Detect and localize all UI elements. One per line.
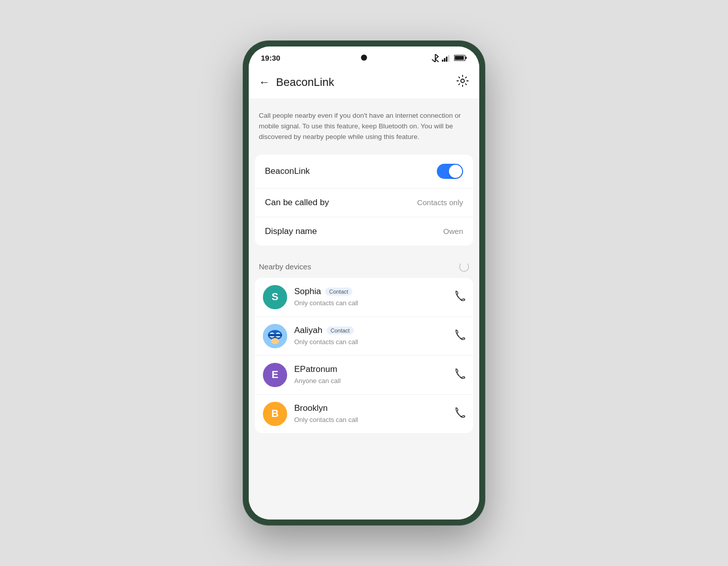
battery-icon <box>454 55 467 61</box>
screen-content: ← BeaconLink Call people nearby even if … <box>249 66 479 520</box>
status-bar: 19:30 <box>249 46 479 66</box>
device-name-epatronum: EPatronum <box>294 364 337 374</box>
contact-badge-sophia: Contact <box>325 288 352 296</box>
status-time: 19:30 <box>261 54 280 62</box>
device-name-row-epatronum: EPatronum <box>294 364 447 374</box>
svg-rect-2 <box>446 57 447 62</box>
device-info-aaliyah: Aaliyah Contact Only contacts can call <box>294 325 447 346</box>
call-button-sophia[interactable] <box>454 290 465 304</box>
beaconlink-label: BeaconLink <box>265 166 310 176</box>
contact-badge-aaliyah: Contact <box>327 326 354 335</box>
device-info-epatronum: EPatronum Anyone can call <box>294 364 447 385</box>
phone-screen: 19:30 <box>249 46 479 520</box>
settings-card: BeaconLink Can be called by Contacts onl… <box>255 155 473 246</box>
device-item-aaliyah: Aaliyah Contact Only contacts can call <box>255 317 473 356</box>
device-sub-aaliyah: Only contacts can call <box>294 338 358 346</box>
device-name-row-sophia: Sophia Contact <box>294 287 447 297</box>
device-sub-epatronum: Anyone can call <box>294 377 341 385</box>
settings-button[interactable] <box>456 74 469 90</box>
device-info-brooklyn: Brooklyn Only contacts can call <box>294 403 447 424</box>
nearby-title: Nearby devices <box>259 262 311 271</box>
description-text: Call people nearby even if you don't hav… <box>259 111 469 143</box>
phone-frame: 19:30 <box>243 40 485 526</box>
display-name-row[interactable]: Display name Owen <box>255 217 473 246</box>
svg-rect-6 <box>466 57 467 59</box>
device-item-epatronum: E EPatronum Anyone can call <box>255 356 473 395</box>
svg-rect-0 <box>442 60 443 62</box>
avatar-epatronum: E <box>263 363 287 387</box>
called-by-value: Contacts only <box>417 198 463 207</box>
svg-rect-5 <box>455 56 464 60</box>
loading-spinner <box>459 262 469 272</box>
call-button-brooklyn[interactable] <box>454 407 465 420</box>
svg-rect-14 <box>268 334 282 336</box>
back-button[interactable]: ← <box>259 76 270 89</box>
device-sub-sophia: Only contacts can call <box>294 299 358 307</box>
device-name-sophia: Sophia <box>294 287 321 297</box>
device-list: S Sophia Contact Only contacts can call <box>255 278 473 433</box>
device-name-brooklyn: Brooklyn <box>294 403 328 413</box>
nearby-header: Nearby devices <box>249 258 479 278</box>
device-name-row-aaliyah: Aaliyah Contact <box>294 325 447 336</box>
svg-point-7 <box>461 79 465 83</box>
svg-rect-3 <box>448 55 449 62</box>
top-bar-left: ← BeaconLink <box>259 76 334 89</box>
device-name-aaliyah: Aaliyah <box>294 325 323 336</box>
device-item-brooklyn: B Brooklyn Only contacts can call <box>255 395 473 433</box>
description-section: Call people nearby even if you don't hav… <box>249 99 479 151</box>
device-item-sophia: S Sophia Contact Only contacts can call <box>255 278 473 317</box>
camera-cutout <box>361 55 367 61</box>
display-name-value: Owen <box>443 227 463 235</box>
beaconlink-toggle[interactable] <box>437 164 463 179</box>
top-bar: ← BeaconLink <box>249 66 479 99</box>
device-name-row-brooklyn: Brooklyn <box>294 403 447 413</box>
avatar-sophia: S <box>263 285 287 309</box>
call-button-epatronum[interactable] <box>454 368 465 382</box>
display-name-label: Display name <box>265 226 317 237</box>
called-by-row[interactable]: Can be called by Contacts only <box>255 188 473 217</box>
beaconlink-row: BeaconLink <box>255 155 473 188</box>
avatar-brooklyn: B <box>263 402 287 426</box>
toggle-thumb <box>449 165 462 178</box>
svg-point-15 <box>271 338 279 344</box>
called-by-label: Can be called by <box>265 198 329 208</box>
bluetooth-icon <box>432 54 439 62</box>
call-button-aaliyah[interactable] <box>454 329 465 343</box>
nearby-section: Nearby devices S Sophia Contact Only <box>249 258 479 433</box>
device-sub-brooklyn: Only contacts can call <box>294 416 358 423</box>
page-title: BeaconLink <box>276 76 334 89</box>
status-icons <box>432 54 467 62</box>
device-info-sophia: Sophia Contact Only contacts can call <box>294 287 447 307</box>
signal-icon <box>442 55 451 62</box>
avatar-aaliyah <box>263 324 287 348</box>
svg-rect-1 <box>444 58 445 62</box>
